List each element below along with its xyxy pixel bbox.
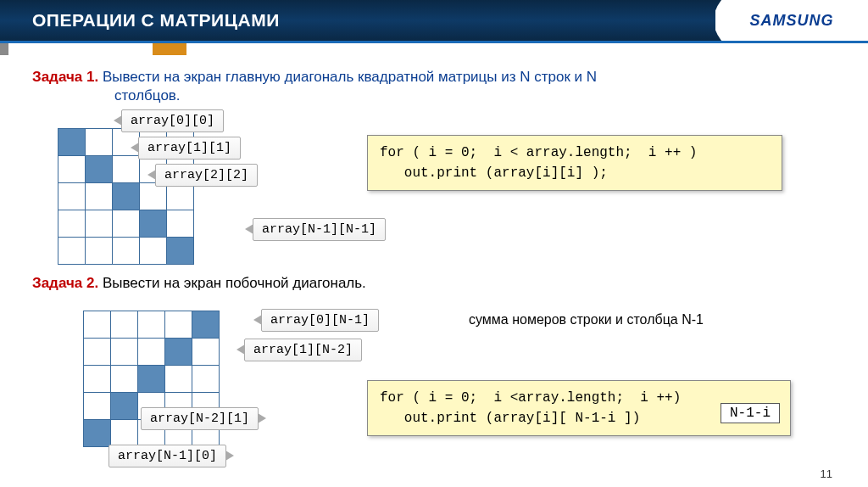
callout-a11: array[1][1]	[138, 137, 241, 160]
slide-header: ОПЕРАЦИИ С МАТРИЦАМИ SAMSUNG	[0, 0, 868, 41]
task2-label: Задача 2.	[32, 275, 98, 291]
section-1: array[0][0] array[1][1] array[2][2] arra…	[32, 109, 836, 266]
callout-a0N1: array[0][N-1]	[261, 309, 379, 332]
task2-text: Вывести на экран побочной диагональ.	[103, 275, 366, 291]
samsung-logo: SAMSUNG	[749, 12, 833, 30]
callout-a00: array[0][0]	[121, 109, 224, 132]
task1-text2: столбцов.	[32, 87, 836, 104]
callout-a1N2: array[1][N-2]	[244, 339, 362, 361]
hint-box: N-1-i	[721, 403, 780, 423]
section-2: array[0][N-1] array[1][N-2] array[N-2][1…	[32, 299, 836, 477]
task1-label: Задача 1.	[32, 69, 98, 85]
task2-line: Задача 2. Вывести на экран побочной диаг…	[32, 275, 836, 292]
task1-text: Вывести на экран главную диагональ квадр…	[103, 69, 597, 85]
task2-note: сумма номеров строки и столбца N-1	[469, 312, 704, 327]
code-main-diag: for ( i = 0; i < array.length; i ++ ) ou…	[367, 135, 782, 191]
callout-aN21: array[N-2][1]	[141, 407, 259, 430]
callout-aNN: array[N-1][N-1]	[253, 218, 386, 241]
logo-wrap: SAMSUNG	[715, 0, 868, 41]
slide-content: Задача 1. Вывести на экран главную диаго…	[0, 43, 868, 477]
task1-line: Задача 1. Вывести на экран главную диаго…	[32, 67, 836, 87]
callout-a22: array[2][2]	[155, 164, 258, 187]
page-number: 11	[821, 467, 832, 480]
slide-title: ОПЕРАЦИИ С МАТРИЦАМИ	[32, 10, 280, 31]
callout-aN10: array[N-1][0]	[108, 445, 226, 467]
